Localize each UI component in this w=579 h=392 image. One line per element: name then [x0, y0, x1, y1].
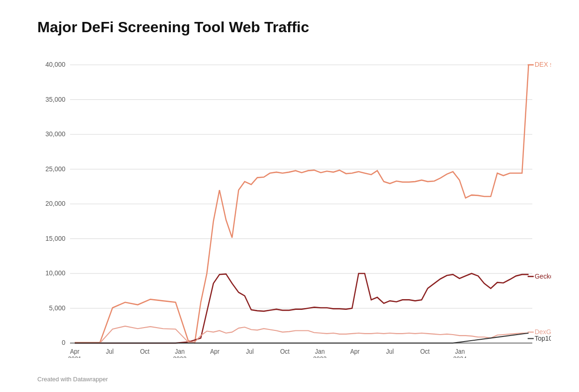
top100token-line	[75, 333, 529, 343]
footer-text: Created with Datawrapper	[37, 376, 108, 383]
svg-text:Apr: Apr	[70, 348, 80, 355]
svg-text:25,000: 25,000	[45, 165, 65, 172]
svg-text:2022: 2022	[173, 356, 187, 358]
gecko-terminal-label: GeckoTerminal	[535, 272, 551, 280]
dex-guru-line	[75, 326, 529, 343]
svg-text:Jan: Jan	[175, 348, 185, 355]
svg-text:Oct: Oct	[420, 348, 430, 355]
svg-text:5,000: 5,000	[49, 304, 65, 311]
chart-svg: 40,000 35,000 30,000 25,000 20,000 15,00…	[37, 50, 551, 358]
svg-text:Jan: Jan	[315, 348, 325, 355]
svg-text:Jul: Jul	[246, 348, 254, 355]
svg-text:Jul: Jul	[106, 348, 114, 355]
top100token-label: Top100Ttoken	[535, 334, 551, 342]
chart-title: Major DeFi Screening Tool Web Traffic	[37, 19, 551, 36]
svg-text:Apr: Apr	[210, 348, 220, 355]
svg-text:Oct: Oct	[140, 348, 149, 355]
chart-container: Major DeFi Screening Tool Web Traffic 40…	[0, 0, 579, 392]
svg-text:30,000: 30,000	[45, 130, 65, 138]
svg-text:Jul: Jul	[386, 348, 394, 355]
svg-text:Oct: Oct	[280, 348, 290, 355]
svg-text:10,000: 10,000	[45, 269, 65, 277]
svg-text:Apr: Apr	[350, 348, 360, 355]
svg-text:Jan: Jan	[455, 348, 465, 355]
svg-text:15,000: 15,000	[45, 234, 65, 242]
svg-text:2023: 2023	[313, 356, 327, 358]
svg-text:35,000: 35,000	[45, 95, 65, 103]
svg-text:0: 0	[62, 339, 65, 346]
svg-text:2021: 2021	[68, 356, 82, 358]
svg-text:20,000: 20,000	[45, 200, 65, 207]
svg-text:2024: 2024	[453, 356, 467, 358]
chart-area: 40,000 35,000 30,000 25,000 20,000 15,00…	[37, 50, 551, 358]
dex-screener-label: DEX screener	[535, 61, 551, 68]
svg-text:40,000: 40,000	[45, 61, 65, 68]
